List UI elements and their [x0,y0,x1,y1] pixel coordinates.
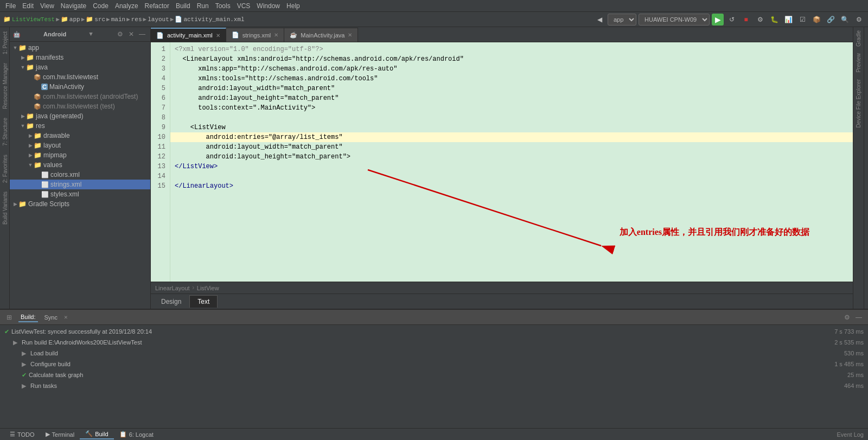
menu-window[interactable]: Window [253,2,283,10]
build-expand-icon[interactable]: ⊞ [4,313,14,322]
code-line-7[interactable]: tools:context=".MainActivity"> [170,103,853,113]
tab-activity-main[interactable]: 📄 activity_main.xml ✕ [151,28,226,42]
tree-item-com_hw_listviewtest__androidtest_[interactable]: 📦com.hw.listviewtest (androidTest) [10,92,150,101]
menu-tools[interactable]: Tools [212,2,234,10]
status-tab-build[interactable]: 🔨 Build [80,429,113,439]
tree-item-drawable[interactable]: ▶📁drawable [10,131,150,141]
status-tab-todo[interactable]: ☰ TODO [4,429,40,439]
project-name[interactable]: ListViewTest [12,16,55,23]
refresh-button[interactable]: ↺ [726,14,738,25]
code-line-2[interactable]: <LinearLayout xmlns:android="http://sche… [170,54,853,64]
build-tab-sync[interactable]: Sync [42,313,60,322]
tab-main-activity[interactable]: ☕ MainActivity.java ✕ [284,28,358,42]
tree-item-res[interactable]: ▼📁res [10,121,150,131]
panel-tab-resource-manager[interactable]: Resource Manager [0,59,9,113]
run-button[interactable]: ▶ [712,14,724,25]
tree-arrow[interactable]: ▼ [20,65,26,70]
tree-item-app[interactable]: ▼📁app [10,43,150,53]
build-settings-button[interactable]: ⚙ [842,313,852,322]
close-panel-button[interactable]: ✕ [126,29,136,39]
menu-analyze[interactable]: Analyze [112,2,142,10]
tree-arrow[interactable]: ▶ [27,152,34,158]
panel-tab-favorites[interactable]: 2: Favorites [0,150,9,187]
code-editor[interactable]: 123456789101112131415 <?xml version="1.0… [151,42,853,282]
tab-strings[interactable]: 📄 strings.xml ✕ [226,28,285,42]
panel-tab-build-variants[interactable]: Build Variants [0,187,9,229]
code-line-5[interactable]: android:layout_width="match_parent" [170,84,853,93]
tree-arrow[interactable]: ▶ [27,143,34,148]
build-minimize-button[interactable]: — [854,313,864,322]
search-button[interactable]: 🔍 [839,14,851,25]
build-tab-build[interactable]: Build: [18,313,38,322]
code-line-8[interactable] [170,113,853,123]
tree-item-layout[interactable]: ▶📁layout [10,141,150,150]
event-log-link[interactable]: Event Log [837,431,864,438]
debug-button[interactable]: 🐛 [768,14,780,25]
expand-arrow-icon[interactable]: ▶ [13,337,17,347]
code-line-4[interactable]: xmlns:tools="http://schemas.android.com/… [170,74,853,84]
menu-edit[interactable]: Edit [19,2,37,10]
status-tab-logcat[interactable]: 📋 6: Logcat [114,429,159,439]
build-apk-button[interactable]: 📦 [810,14,822,25]
tree-item-com_hw_listviewtest[interactable]: 📦com.hw.listviewtest [10,72,150,82]
tree-arrow[interactable]: ▶ [27,133,34,138]
tree-arrow[interactable]: ▼ [27,162,34,168]
menu-file[interactable]: File [2,2,19,10]
tree-item-styles_xml[interactable]: ⬜styles.xml [10,189,150,199]
code-line-10[interactable]: android:entries="@array/list_items" [170,132,853,142]
tree-item-mainactivity[interactable]: CMainActivity [10,82,150,92]
expand-arrow-icon[interactable]: ▶ [22,381,26,391]
tree-arrow[interactable]: ▼ [20,123,26,129]
minimize-panel-button[interactable]: — [137,29,147,39]
tree-item-java__generated_[interactable]: ▶📁java (generated) [10,111,150,121]
tree-item-com_hw_listviewtest__test_[interactable]: 📦com.hw.listviewtest (test) [10,101,150,111]
tree-arrow[interactable]: ▶ [20,55,26,60]
device-selector[interactable]: HUAWEI CPN-W09HUAWEI CPN-W09 [639,14,710,25]
tree-item-values[interactable]: ▼📁values [10,160,150,170]
expand-arrow-icon[interactable]: ▶ [22,348,26,358]
panel-tab-structure[interactable]: 7: Structure [0,113,9,150]
menu-build[interactable]: Build [173,2,194,10]
menu-refactor[interactable]: Refactor [142,2,173,10]
sync-button[interactable]: ⚙ [754,14,766,25]
attach-button[interactable]: 🔗 [825,14,837,25]
close-tab-icon[interactable]: ✕ [64,314,68,321]
code-line-11[interactable]: android:layout_width="match_parent" [170,142,853,152]
panel-tab-gradle[interactable]: Gradle [854,27,863,50]
tree-arrow[interactable]: ▶ [20,113,26,119]
menu-vcs[interactable]: VCS [234,2,254,10]
tab-close-activity-main[interactable]: ✕ [216,33,220,39]
tab-close-main-activity[interactable]: ✕ [348,32,352,38]
code-line-13[interactable]: </ListView> [170,162,853,171]
tree-arrow[interactable]: ▶ [12,201,18,207]
panel-tab-device-file-explorer[interactable]: Device File Explorer [854,76,863,131]
status-tab-terminal[interactable]: ▶ Terminal [40,429,80,439]
settings-button[interactable]: ⚙ [853,14,865,25]
tree-item-manifests[interactable]: ▶📁manifests [10,53,150,62]
tree-item-mipmap[interactable]: ▶📁mipmap [10,150,150,160]
cog-button[interactable]: ⚙ [116,29,125,39]
code-line-6[interactable]: android:layout_height="match_parent" [170,93,853,103]
code-line-1[interactable]: <?xml version="1.0" encoding="utf-8"?> [170,44,853,54]
tree-arrow[interactable]: ▼ [12,45,18,50]
menu-run[interactable]: Run [194,2,212,10]
profile-button[interactable]: 📊 [782,14,794,25]
stop-button[interactable]: ■ [740,14,752,25]
right-scrollbar[interactable] [864,27,868,309]
tree-item-strings_xml[interactable]: ⬜strings.xml [10,180,150,189]
code-line-9[interactable]: <ListView [170,123,853,132]
coverage-button[interactable]: ☑ [796,14,808,25]
menu-help[interactable]: Help [283,2,303,10]
breadcrumb-listview[interactable]: ListView [197,285,219,291]
code-line-12[interactable]: android:layout_height="match_parent"> [170,152,853,162]
tree-item-colors_xml[interactable]: ⬜colors.xml [10,170,150,180]
code-content[interactable]: <?xml version="1.0" encoding="utf-8"?> <… [170,42,853,282]
menu-navigate[interactable]: Navigate [58,2,90,10]
app-selector[interactable]: app [608,14,636,25]
tree-item-gradle_scripts[interactable]: ▶📁Gradle Scripts [10,199,150,209]
panel-tab-project[interactable]: 1: Project [0,27,9,59]
panel-tab-preview[interactable]: Preview [854,50,863,76]
code-line-3[interactable]: xmlns:app="http://schemas.android.com/ap… [170,64,853,74]
tab-text[interactable]: Text [189,295,218,308]
back-button[interactable]: ◀ [593,14,605,25]
